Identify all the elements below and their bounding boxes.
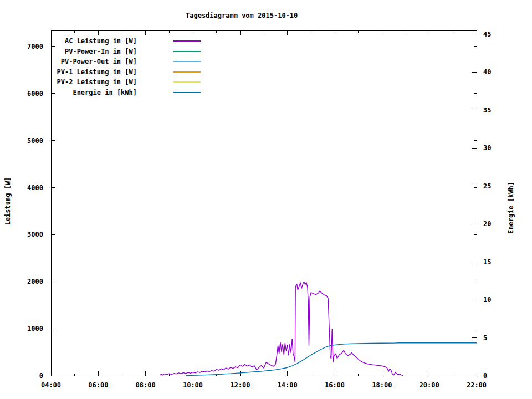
legend-item: Energie in [kWh] (0, 88, 532, 98)
tick-label-left: 1000 (8, 324, 43, 333)
tick-label-left: 3000 (8, 230, 43, 239)
tick-label-right: 10 (483, 295, 519, 304)
series-line-ac-leistung-in-w- (160, 282, 403, 375)
tick-label-x: 18:00 (364, 381, 400, 390)
legend-line-sample (173, 92, 201, 93)
tick-label-right: 40 (483, 68, 519, 76)
tick-label-right: 5 (483, 334, 519, 342)
tick-label-left: 0 (8, 371, 43, 380)
tick-label-right: 15 (483, 258, 519, 267)
tick-label-x: 10:00 (175, 381, 211, 390)
tick-label-x: 16:00 (317, 381, 352, 390)
legend-item: PV-Power-In in [W] (0, 47, 532, 57)
tick-label-x: 20:00 (412, 381, 447, 390)
legend-line-sample (173, 40, 201, 42)
tick-label-right: 45 (483, 30, 519, 39)
legend-line-sample (173, 81, 201, 83)
tick-label-x: 06:00 (80, 381, 116, 390)
tick-label-x: 08:00 (128, 381, 163, 390)
y-axis-right-label: Energie [kWh] (507, 163, 515, 252)
legend-item-label: PV-1 Leistung in [W] (0, 67, 137, 77)
tick-label-x: 12:00 (222, 381, 258, 390)
tick-label-right: 35 (483, 106, 519, 115)
tick-label-left: 7000 (8, 42, 43, 51)
legend-item: PV-Power-Out in [W] (0, 57, 532, 66)
legend-line-sample (173, 51, 201, 52)
legend-item: PV-2 Leistung in [W] (0, 77, 532, 87)
legend-item-label: PV-Power-Out in [W] (0, 57, 137, 66)
tick-label-left: 2000 (8, 277, 43, 286)
tick-label-x: 22:00 (459, 381, 494, 390)
tick-label-right: 0 (483, 371, 519, 380)
legend-item: PV-1 Leistung in [W] (0, 67, 532, 77)
tick-label-left: 6000 (8, 89, 43, 98)
tick-label-x: 14:00 (270, 381, 305, 390)
chart-title: Tagesdiagramm vom 2015-10-10 (186, 11, 296, 20)
legend-line-sample (173, 61, 201, 62)
legend-item-label: PV-2 Leistung in [W] (0, 77, 137, 87)
legend-line-sample (173, 71, 201, 73)
chart-canvas: Tagesdiagramm vom 2015-10-10 Leistung [W… (0, 0, 532, 399)
tick-label-right: 25 (483, 182, 519, 191)
tick-label-left: 4000 (8, 183, 43, 192)
tick-label-right: 20 (483, 219, 519, 228)
tick-label-right: 30 (483, 144, 519, 152)
tick-label-left: 5000 (8, 136, 43, 145)
legend-item: AC Leistung in [W] (0, 36, 532, 46)
tick-label-x: 04:00 (33, 381, 69, 390)
